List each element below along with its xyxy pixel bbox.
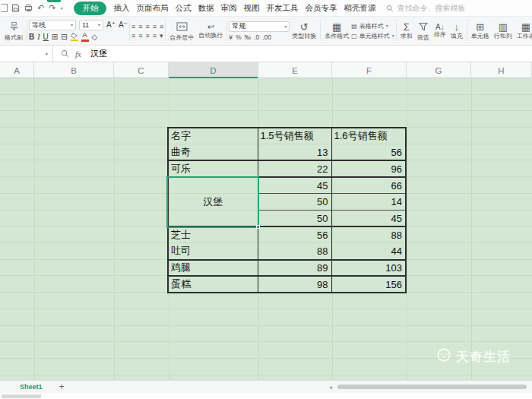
- column-header-c[interactable]: C: [114, 62, 169, 78]
- cell[interactable]: 96: [331, 160, 406, 177]
- magnifier-icon[interactable]: [61, 47, 69, 61]
- currency-button[interactable]: ¥: [229, 33, 233, 41]
- column-header-b[interactable]: B: [34, 62, 114, 78]
- type-convert-button[interactable]: ↺ 类型转换: [290, 18, 318, 43]
- cell[interactable]: 56: [331, 144, 406, 161]
- fill-handle[interactable]: [256, 225, 260, 229]
- tab-formulas[interactable]: 公式: [175, 3, 191, 14]
- italic-button[interactable]: I: [37, 33, 40, 41]
- cell[interactable]: 45: [258, 177, 331, 194]
- number-format-select[interactable]: 常规 ▾: [229, 21, 290, 32]
- tab-member[interactable]: 会员专享: [305, 3, 337, 14]
- font-name-select[interactable]: 等线 ▾: [29, 20, 76, 30]
- decrease-indent-button[interactable]: ≡: [153, 23, 157, 30]
- tab-docer[interactable]: 稻壳资源: [344, 3, 375, 14]
- decrease-font-button[interactable]: A⁻: [119, 21, 128, 29]
- cell[interactable]: 89: [258, 260, 331, 277]
- cell[interactable]: 44: [331, 243, 406, 260]
- underline-button[interactable]: U: [43, 33, 49, 41]
- cell[interactable]: 可乐: [168, 160, 258, 177]
- name-box-input[interactable]: [15, 49, 46, 58]
- borders-button[interactable]: ⊞: [52, 33, 58, 41]
- cell[interactable]: 蛋糕: [168, 276, 258, 293]
- orientation-button[interactable]: ▾: [160, 32, 163, 40]
- search-input[interactable]: [397, 4, 488, 12]
- tab-insert[interactable]: 插入: [113, 3, 129, 14]
- tab-developer[interactable]: 开发工具: [266, 3, 298, 14]
- tab-data[interactable]: 数据: [198, 3, 214, 14]
- sum-button[interactable]: Σ 求和: [398, 18, 415, 43]
- tab-review[interactable]: 审阅: [220, 3, 236, 14]
- column-header-f[interactable]: F: [332, 62, 407, 78]
- column-header-g[interactable]: G: [407, 62, 471, 78]
- command-search[interactable]: [386, 2, 488, 15]
- cell-header-day15[interactable]: 1.5号销售额: [258, 128, 331, 144]
- column-header-h[interactable]: H: [471, 62, 532, 78]
- font-color-button[interactable]: A: [81, 32, 89, 42]
- fx-icon[interactable]: fx: [75, 49, 81, 59]
- align-left-button[interactable]: ≡: [131, 32, 135, 40]
- cell[interactable]: 103: [331, 260, 406, 277]
- cell[interactable]: 曲奇: [168, 144, 258, 161]
- add-sheet-button[interactable]: +: [59, 382, 65, 391]
- cell[interactable]: 98: [258, 276, 331, 293]
- column-header-e[interactable]: E: [258, 62, 332, 78]
- rows-cols-button[interactable]: ▥ 行和列: [492, 18, 515, 43]
- decrease-decimal-button[interactable]: .00: [262, 33, 271, 41]
- worksheet-button[interactable]: ▦ 工作表: [515, 18, 532, 43]
- fill-button[interactable]: ↓ 填充: [448, 18, 465, 43]
- merge-center-button[interactable]: 合并居中: [167, 18, 196, 43]
- cell[interactable]: 156: [331, 276, 406, 293]
- clear-format-button[interactable]: ◇: [92, 33, 98, 41]
- tab-page-layout[interactable]: 页面布局: [136, 3, 168, 14]
- cell[interactable]: 56: [258, 226, 331, 243]
- cell[interactable]: 66: [331, 177, 406, 194]
- justify-button[interactable]: ≡: [153, 32, 157, 40]
- merged-cell-hanbao[interactable]: 汉堡: [168, 177, 258, 226]
- align-center-button[interactable]: ≡: [138, 32, 142, 40]
- align-right-button[interactable]: ≡: [145, 32, 149, 40]
- cell[interactable]: 13: [258, 144, 331, 161]
- wrap-text-button[interactable]: ↩ 自动换行: [196, 18, 225, 43]
- format-painter-button[interactable]: 格式刷: [2, 18, 25, 43]
- increase-decimal-button[interactable]: .0: [254, 33, 259, 41]
- horizontal-scrollbar[interactable]: [337, 385, 527, 389]
- align-bottom-button[interactable]: ≡: [145, 23, 149, 30]
- cell[interactable]: 45: [331, 210, 406, 226]
- table-style-button[interactable]: ▤ 表格样式 ▾: [351, 22, 394, 30]
- bold-button[interactable]: B: [29, 33, 34, 41]
- tab-view[interactable]: 视图: [243, 3, 259, 14]
- filter-button[interactable]: 筛选: [415, 18, 432, 43]
- cell[interactable]: 88: [258, 243, 331, 260]
- sort-button[interactable]: A↓ 排序: [432, 18, 448, 43]
- merge-style-button[interactable]: ⊟: [61, 33, 67, 41]
- cell[interactable]: 50: [258, 194, 331, 211]
- cell[interactable]: 芝士: [168, 226, 258, 243]
- increase-indent-button[interactable]: ≡: [160, 23, 163, 30]
- conditional-format-button[interactable]: ▦ 条件格式: [322, 18, 351, 43]
- cell-header-day16[interactable]: 1.6号销售额: [331, 128, 406, 144]
- undo-icon[interactable]: ↶: [37, 4, 44, 12]
- cell[interactable]: 50: [258, 210, 331, 226]
- cell[interactable]: 88: [331, 226, 406, 243]
- permille-button[interactable]: ‰: [245, 33, 252, 41]
- cell-style-button[interactable]: ▢ 单元格样式 ▾: [351, 32, 394, 40]
- font-size-select[interactable]: 11 ▾: [79, 20, 103, 30]
- quickbar-dropdown-icon[interactable]: ▾: [60, 6, 62, 11]
- tab-home[interactable]: 开始: [74, 2, 106, 15]
- cell[interactable]: 22: [258, 160, 331, 177]
- increase-font-button[interactable]: A⁺: [106, 21, 116, 29]
- name-box[interactable]: ▾: [0, 46, 53, 62]
- column-header-d[interactable]: D: [169, 62, 258, 78]
- redo-icon[interactable]: ↷: [49, 4, 55, 12]
- save-icon[interactable]: [11, 4, 20, 12]
- formula-content[interactable]: 汉堡: [90, 48, 107, 59]
- cell[interactable]: 鸡腿: [168, 260, 258, 277]
- cell-header-name[interactable]: 名字: [168, 128, 258, 144]
- sheet-tab-sheet1[interactable]: Sheet1: [20, 383, 43, 391]
- align-top-button[interactable]: ≡: [131, 23, 135, 30]
- fill-color-button[interactable]: [71, 33, 78, 42]
- align-middle-button[interactable]: ≡: [138, 23, 142, 30]
- percent-button[interactable]: %: [236, 33, 242, 41]
- cell[interactable]: 吐司: [168, 243, 258, 260]
